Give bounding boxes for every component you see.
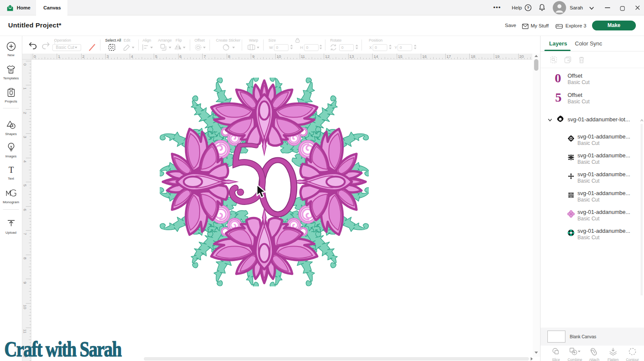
svg-text:T: T <box>8 165 13 174</box>
svg-text:?: ? <box>527 6 529 10</box>
